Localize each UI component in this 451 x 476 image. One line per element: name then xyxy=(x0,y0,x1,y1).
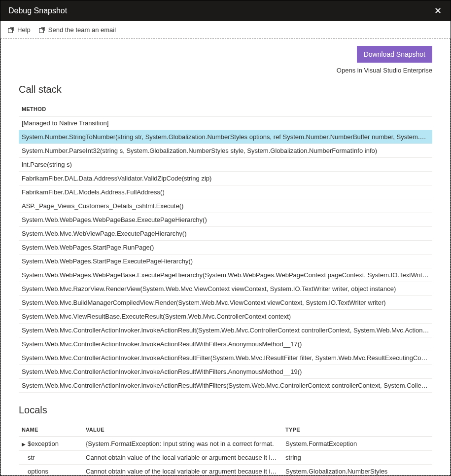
callstack-row[interactable]: System.Web.WebPages.StartPage.ExecutePag… xyxy=(19,255,432,268)
locals-type: System.FormatException xyxy=(282,437,432,451)
callstack-row[interactable]: System.Web.WebPages.StartPage.RunPage() xyxy=(19,241,432,255)
callstack-method: FabrikamFiber.DAL.Models.Address.FullAdd… xyxy=(19,185,432,199)
locals-row[interactable]: optionsCannot obtain value of the local … xyxy=(19,465,432,476)
callstack-method: System.Web.Mvc.ViewResultBase.ExecuteRes… xyxy=(19,310,432,324)
callstack-row[interactable]: System.Web.Mvc.RazorView.RenderView(Syst… xyxy=(19,282,432,296)
download-area: Download Snapshot Opens in Visual Studio… xyxy=(19,46,432,74)
callstack-method: System.Web.Mvc.ControllerActionInvoker.I… xyxy=(19,324,432,337)
callstack-method: System.Web.Mvc.BuildManagerCompiledView.… xyxy=(19,296,432,310)
callstack-row[interactable]: System.Web.Mvc.BuildManagerCompiledView.… xyxy=(19,296,432,310)
debug-snapshot-window: Debug Snapshot ✕ Help xyxy=(0,0,451,476)
locals-type: string xyxy=(282,451,432,465)
locals-value: Cannot obtain value of the local variabl… xyxy=(83,451,282,465)
locals-value: Cannot obtain value of the local variabl… xyxy=(83,465,282,476)
callstack-method: System.Web.Mvc.ControllerActionInvoker.I… xyxy=(19,379,432,393)
callstack-table: METHOD [Managed to Native Transition]Sys… xyxy=(19,102,432,393)
callstack-row[interactable]: System.Number.StringToNumber(string str,… xyxy=(19,130,432,144)
callstack-row[interactable]: System.Web.Mvc.WebViewPage.ExecutePageHi… xyxy=(19,227,432,241)
callstack-method: [Managed to Native Transition] xyxy=(19,116,432,130)
callstack-row[interactable]: System.Web.Mvc.ControllerActionInvoker.I… xyxy=(19,365,432,379)
titlebar: Debug Snapshot ✕ xyxy=(0,0,451,21)
expander-icon[interactable]: ▶ xyxy=(22,441,26,447)
locals-header-value[interactable]: VALUE xyxy=(83,423,282,437)
locals-table: NAME VALUE TYPE ▶$exception{System.Forma… xyxy=(19,423,432,476)
callstack-row[interactable]: FabrikamFiber.DAL.Models.Address.FullAdd… xyxy=(19,185,432,199)
email-label: Send the team an email xyxy=(48,26,116,34)
content-scroll[interactable]: Download Snapshot Opens in Visual Studio… xyxy=(0,39,451,476)
locals-name-cell: ▶$exception xyxy=(19,437,83,451)
locals-type: System.Globalization.NumberStyles xyxy=(282,465,432,476)
locals-name-cell: str xyxy=(19,451,83,465)
locals-name: options xyxy=(28,468,48,475)
content: Download Snapshot Opens in Visual Studio… xyxy=(1,39,450,476)
popout-icon xyxy=(38,27,45,34)
callstack-method: System.Web.WebPages.StartPage.ExecutePag… xyxy=(19,255,432,268)
callstack-header-method[interactable]: METHOD xyxy=(19,102,432,116)
callstack-method: System.Web.Mvc.RazorView.RenderView(Syst… xyxy=(19,282,432,296)
callstack-method: System.Web.Mvc.ControllerActionInvoker.I… xyxy=(19,365,432,379)
callstack-row[interactable]: System.Web.Mvc.ControllerActionInvoker.I… xyxy=(19,324,432,337)
callstack-method: FabrikamFiber.DAL.Data.AddressValidator.… xyxy=(19,172,432,185)
callstack-title: Call stack xyxy=(19,84,432,95)
callstack-method: ASP._Page_Views_Customers_Details_cshtml… xyxy=(19,199,432,213)
window-title: Debug Snapshot xyxy=(8,6,67,15)
email-link[interactable]: Send the team an email xyxy=(38,26,116,34)
locals-name-cell: options xyxy=(19,465,83,476)
callstack-row[interactable]: System.Web.Mvc.ControllerActionInvoker.I… xyxy=(19,351,432,365)
callstack-method: System.Web.WebPages.WebPageBase.ExecuteP… xyxy=(19,268,432,282)
close-icon: ✕ xyxy=(434,5,442,16)
callstack-row[interactable]: [Managed to Native Transition] xyxy=(19,116,432,130)
callstack-row[interactable]: System.Web.Mvc.ControllerActionInvoker.I… xyxy=(19,379,432,393)
callstack-row[interactable]: System.Web.WebPages.WebPageBase.ExecuteP… xyxy=(19,268,432,282)
callstack-row[interactable]: System.Web.Mvc.ControllerActionInvoker.I… xyxy=(19,337,432,351)
locals-value: {System.FormatException: Input string wa… xyxy=(83,437,282,451)
callstack-method: System.Web.WebPages.StartPage.RunPage() xyxy=(19,241,432,255)
locals-name: str xyxy=(28,454,35,461)
locals-header-type[interactable]: TYPE xyxy=(282,423,432,437)
callstack-method: System.Web.WebPages.WebPageBase.ExecuteP… xyxy=(19,213,432,227)
toolbar: Help Send the team an email xyxy=(0,21,451,39)
locals-header-name[interactable]: NAME xyxy=(19,423,83,437)
download-subtext: Opens in Visual Studio Enterprise xyxy=(337,67,432,74)
callstack-method: System.Number.ParseInt32(string s, Syste… xyxy=(19,144,432,158)
popout-icon xyxy=(7,27,14,34)
download-snapshot-button[interactable]: Download Snapshot xyxy=(357,46,432,63)
help-link[interactable]: Help xyxy=(7,26,31,34)
help-label: Help xyxy=(17,26,31,34)
locals-title: Locals xyxy=(19,404,432,416)
callstack-row[interactable]: int.Parse(string s) xyxy=(19,158,432,172)
callstack-method: System.Number.StringToNumber(string str,… xyxy=(19,130,432,144)
locals-row[interactable]: ▶$exception{System.FormatException: Inpu… xyxy=(19,437,432,451)
close-button[interactable]: ✕ xyxy=(431,4,445,18)
callstack-row[interactable]: System.Web.Mvc.ViewResultBase.ExecuteRes… xyxy=(19,310,432,324)
callstack-method: int.Parse(string s) xyxy=(19,158,432,172)
callstack-row[interactable]: FabrikamFiber.DAL.Data.AddressValidator.… xyxy=(19,172,432,185)
callstack-row[interactable]: ASP._Page_Views_Customers_Details_cshtml… xyxy=(19,199,432,213)
locals-row[interactable]: strCannot obtain value of the local vari… xyxy=(19,451,432,465)
locals-name: $exception xyxy=(28,440,59,447)
callstack-method: System.Web.Mvc.ControllerActionInvoker.I… xyxy=(19,337,432,351)
callstack-method: System.Web.Mvc.ControllerActionInvoker.I… xyxy=(19,351,432,365)
callstack-row[interactable]: System.Number.ParseInt32(string s, Syste… xyxy=(19,144,432,158)
callstack-method: System.Web.Mvc.WebViewPage.ExecutePageHi… xyxy=(19,227,432,241)
callstack-row[interactable]: System.Web.WebPages.WebPageBase.ExecuteP… xyxy=(19,213,432,227)
